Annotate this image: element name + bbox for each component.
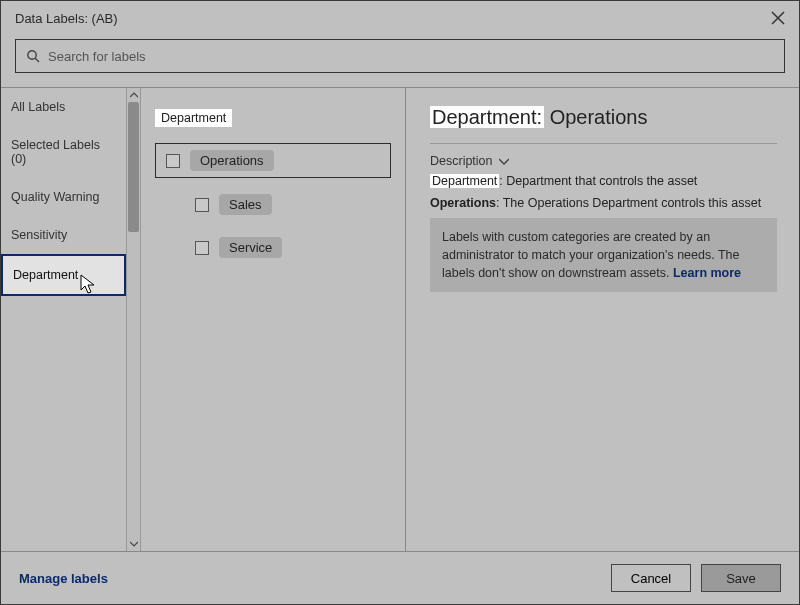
label-row-service[interactable]: Service [185,231,292,264]
label-row-operations[interactable]: Operations [155,143,391,178]
label-checkbox[interactable] [195,198,209,212]
description-category-prefix: Department [430,174,499,188]
detail-heading-category: Department: [430,106,544,128]
sidebar-item-label: Quality Warning [11,190,99,204]
description-category-text: : Department that controls the asset [499,174,697,188]
scroll-down-button[interactable] [127,537,140,551]
sidebar-item-label: Department [13,268,78,282]
label-row-sales[interactable]: Sales [185,188,282,221]
label-pill: Service [219,237,282,258]
dialog-title: Data Labels: (AB) [15,11,118,26]
sidebar-item-selected-labels[interactable]: Selected Labels (0) [1,126,126,178]
description-value-prefix: Operations [430,196,496,210]
scroll-up-button[interactable] [127,88,140,102]
labels-list-panel: Department Operations Sales Service [141,88,406,551]
label-pill: Operations [190,150,274,171]
label-checkbox[interactable] [166,154,180,168]
sidebar-item-sensitivity[interactable]: Sensitivity [1,216,126,254]
detail-heading: Department: Operations [430,106,777,129]
sidebar-item-quality-warning[interactable]: Quality Warning [1,178,126,216]
sidebar-item-label: Selected Labels (0) [11,138,100,166]
divider [430,143,777,144]
info-box: Labels with custom categories are create… [430,218,777,292]
sidebar-item-department[interactable]: Department [1,254,126,296]
sidebar-list: All Labels Selected Labels (0) Quality W… [1,88,126,551]
search-bar[interactable] [15,39,785,73]
detail-heading-value: Operations [550,106,648,128]
save-button[interactable]: Save [701,564,781,592]
description-toggle[interactable]: Description [430,154,777,168]
chevron-up-icon [130,92,138,98]
svg-point-0 [28,51,36,59]
label-checkbox[interactable] [195,241,209,255]
chevron-down-icon [499,158,509,165]
cancel-button[interactable]: Cancel [611,564,691,592]
sidebar-scrollbar[interactable] [126,88,141,551]
svg-line-1 [35,58,39,62]
search-icon [26,49,40,63]
learn-more-link[interactable]: Learn more [673,266,741,280]
sidebar-item-all-labels[interactable]: All Labels [1,88,126,126]
dialog-footer: Manage labels Cancel Save [1,551,799,604]
close-button[interactable] [769,9,787,27]
label-detail-panel: Department: Operations Description Depar… [406,88,799,551]
scroll-track[interactable] [127,102,140,537]
data-labels-dialog: Data Labels: (AB) All Labels Selected La… [0,0,800,605]
category-sidebar: All Labels Selected Labels (0) Quality W… [1,88,141,551]
category-title: Department [155,109,232,127]
search-input[interactable] [48,49,774,64]
sidebar-item-label: All Labels [11,100,65,114]
chevron-down-icon [130,541,138,547]
dialog-titlebar: Data Labels: (AB) [1,1,799,35]
label-pill: Sales [219,194,272,215]
dialog-content: All Labels Selected Labels (0) Quality W… [1,87,799,551]
manage-labels-link[interactable]: Manage labels [19,571,108,586]
description-category-line: Department: Department that controls the… [430,174,777,188]
description-value-text: : The Operations Department controls thi… [496,196,761,210]
close-icon [771,11,785,25]
scroll-thumb[interactable] [128,102,139,232]
description-value-line: Operations: The Operations Department co… [430,196,777,210]
description-toggle-label: Description [430,154,493,168]
footer-buttons: Cancel Save [611,564,781,592]
sidebar-item-label: Sensitivity [11,228,67,242]
